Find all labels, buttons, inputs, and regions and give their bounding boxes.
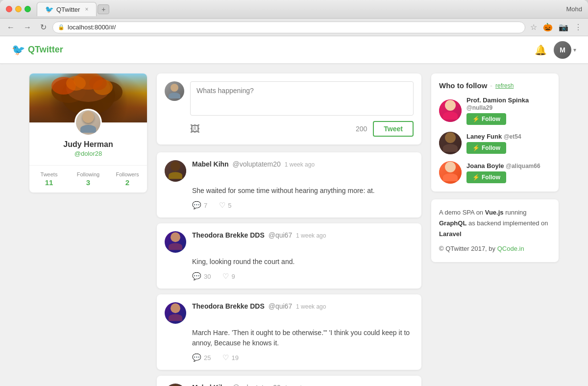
comment-action[interactable]: 💬 30 <box>192 272 211 281</box>
followers-count: 2 <box>108 178 147 187</box>
logo-bird-icon: 🐦 <box>12 44 25 56</box>
screenshot-icon[interactable]: 📷 <box>557 22 570 33</box>
tweet-handle[interactable]: @qui67 <box>269 302 292 310</box>
compose-inner: 🖼 200 Tweet <box>165 81 414 137</box>
app-background: 🐦 QTwitter 🔔 M ▾ <box>0 36 588 386</box>
follow-button[interactable]: ⚡ Follow <box>466 171 506 183</box>
following-count: 3 <box>69 178 108 187</box>
follow-button[interactable]: ⚡ Follow <box>466 142 506 154</box>
address-bar[interactable]: 🔒 localhost:8000/#/ <box>52 22 525 33</box>
follow-avatar[interactable] <box>439 132 462 154</box>
header-avatar: M <box>554 41 571 59</box>
tweet-time: 1 week ago <box>296 303 326 310</box>
tab-bar: 🐦 QTwitter × + <box>37 2 582 16</box>
notification-bell-icon[interactable]: 🔔 <box>535 44 547 56</box>
profile-avatar[interactable] <box>74 109 102 136</box>
logo-text: QTwitter <box>28 45 63 55</box>
lightning-icon: ⚡ <box>472 174 480 181</box>
tab-title: QTwitter <box>56 6 80 13</box>
minimize-button[interactable] <box>15 6 22 12</box>
app-logo[interactable]: 🐦 QTwitter <box>12 44 63 56</box>
heart-icon: ♡ <box>222 353 229 362</box>
follow-user-handle: @et54 <box>504 133 521 140</box>
follow-button[interactable]: ⚡ Follow <box>466 113 506 125</box>
tweet-handle[interactable]: @qui67 <box>269 231 292 239</box>
who-to-follow-panel: Who to follow - refresh <box>431 73 559 192</box>
close-button[interactable] <box>6 6 12 12</box>
like-action[interactable]: ♡ 5 <box>219 201 231 210</box>
tab-favicon: 🐦 <box>45 5 53 13</box>
tweets-label: Tweets <box>29 171 69 177</box>
active-tab[interactable]: 🐦 QTwitter × <box>37 2 97 16</box>
follow-label: Follow <box>482 174 500 181</box>
tweets-count: 11 <box>29 178 69 187</box>
about-copyright: © QTwitter 2017, by QCode.in <box>439 243 551 254</box>
follow-user-item: Joana Boyle @aliquam66 ⚡ Follow <box>439 161 551 184</box>
tab-close-button[interactable]: × <box>85 6 88 13</box>
profile-handle[interactable]: @dolor28 <box>29 150 147 165</box>
comment-count: 25 <box>204 354 211 362</box>
tweet-avatar[interactable] <box>165 384 186 386</box>
tweet-author[interactable]: Mabel Kihn <box>192 384 229 386</box>
profile-name: Judy Herman <box>29 140 147 150</box>
tweet-text: She waited for some time without hearing… <box>192 186 414 196</box>
tweet-actions: 💬 30 ♡ 9 <box>192 272 414 281</box>
qcode-link[interactable]: QCode.in <box>497 245 524 252</box>
new-tab-button[interactable]: + <box>98 4 109 14</box>
tweet-header: Theodora Brekke DDS @qui67 1 week ago <box>165 302 414 324</box>
app-body: Judy Herman @dolor28 Tweets 11 Following… <box>0 64 588 386</box>
tweet-handle[interactable]: @voluptatem20 <box>233 160 281 168</box>
app-header: 🐦 QTwitter 🔔 M ▾ <box>0 36 588 64</box>
tweet-header: Mabel Kihn @voluptatem20 1 week ago <box>165 160 414 182</box>
char-count: 200 <box>356 125 367 133</box>
followers-stat: Followers 2 <box>108 171 147 187</box>
bookmark-icon[interactable]: ☆ <box>528 22 539 33</box>
refresh-button[interactable]: ↻ <box>37 22 49 33</box>
section-header: Who to follow - refresh <box>439 81 551 90</box>
tweet-button[interactable]: Tweet <box>373 121 414 137</box>
tweet-avatar[interactable] <box>165 160 186 182</box>
follow-avatar[interactable] <box>439 161 462 184</box>
back-button[interactable]: ← <box>4 22 18 33</box>
nav-actions: ☆ 🎃 📷 ⋮ <box>528 22 584 33</box>
follow-avatar[interactable] <box>439 99 462 122</box>
tweet-card: Mabel Kihn @voluptatem20 1 week ago She … <box>157 152 421 217</box>
comment-action[interactable]: 💬 7 <box>192 201 207 210</box>
emoji-icon[interactable]: 🎃 <box>541 22 555 33</box>
tweet-author[interactable]: Mabel Kihn <box>192 160 229 168</box>
follow-user-info: Joana Boyle @aliquam66 ⚡ Follow <box>466 162 551 183</box>
chevron-down-icon: ▾ <box>573 47 576 53</box>
followers-label: Followers <box>108 171 147 177</box>
comment-count: 7 <box>204 202 207 209</box>
maximize-button[interactable] <box>24 6 31 12</box>
compose-textarea[interactable] <box>190 81 414 116</box>
tweet-card: Theodora Brekke DDS @qui67 1 week ago Ki… <box>157 223 421 289</box>
profile-card: Judy Herman @dolor28 Tweets 11 Following… <box>29 73 147 193</box>
tweet-header: Theodora Brekke DDS @qui67 1 week ago <box>165 231 414 253</box>
user-avatar-button[interactable]: M ▾ <box>554 41 576 59</box>
follow-user-info: Laney Funk @et54 ⚡ Follow <box>466 133 551 154</box>
traffic-lights <box>6 6 31 12</box>
forward-button[interactable]: → <box>21 22 34 33</box>
tweet-avatar[interactable] <box>165 302 186 324</box>
compose-actions: 🖼 200 Tweet <box>190 121 414 137</box>
tweet-meta: Theodora Brekke DDS @qui67 1 week ago <box>192 231 414 253</box>
menu-icon[interactable]: ⋮ <box>572 22 584 33</box>
comment-action[interactable]: 💬 25 <box>192 353 211 362</box>
tweet-handle[interactable]: @voluptatem20 <box>233 384 281 386</box>
follow-user-name: Prof. Damion Spinka @nulla29 <box>466 96 551 111</box>
like-action[interactable]: ♡ 19 <box>222 353 238 362</box>
follow-user-name: Joana Boyle @aliquam66 <box>466 162 551 169</box>
tweet-author[interactable]: Theodora Brekke DDS <box>192 231 265 239</box>
tweet-avatar[interactable] <box>165 231 186 253</box>
about-line1: A demo SPA on <box>439 209 483 216</box>
refresh-link[interactable]: refresh <box>495 82 514 89</box>
like-count: 9 <box>231 273 235 280</box>
tweet-actions: 💬 7 ♡ 5 <box>192 201 414 210</box>
feed: 🖼 200 Tweet <box>157 73 421 386</box>
tweet-author[interactable]: Theodora Brekke DDS <box>192 302 265 310</box>
profile-avatar-wrapper <box>29 109 147 136</box>
like-action[interactable]: ♡ 9 <box>222 272 235 281</box>
svg-point-9 <box>89 76 107 90</box>
image-upload-icon[interactable]: 🖼 <box>190 123 200 135</box>
